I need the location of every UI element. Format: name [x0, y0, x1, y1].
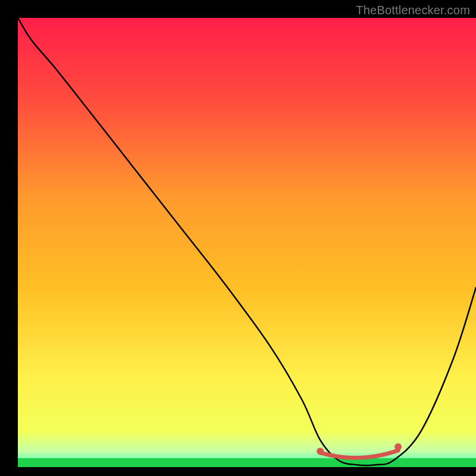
- gradient-panel: [18, 18, 476, 467]
- green-band: [18, 458, 476, 467]
- bottleneck-chart: [0, 0, 476, 476]
- watermark-text: TheBottleneсker.com: [356, 4, 470, 17]
- range-end-marker: [394, 443, 402, 450]
- range-start-marker: [317, 448, 324, 455]
- chart-container: TheBottleneсker.com: [0, 0, 476, 476]
